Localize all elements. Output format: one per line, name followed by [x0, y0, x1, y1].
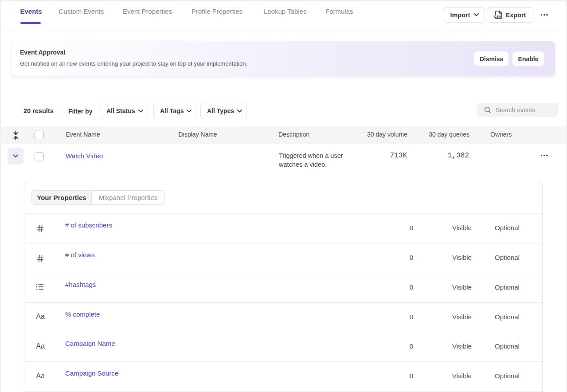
svg-text:CSV: CSV: [494, 15, 501, 19]
